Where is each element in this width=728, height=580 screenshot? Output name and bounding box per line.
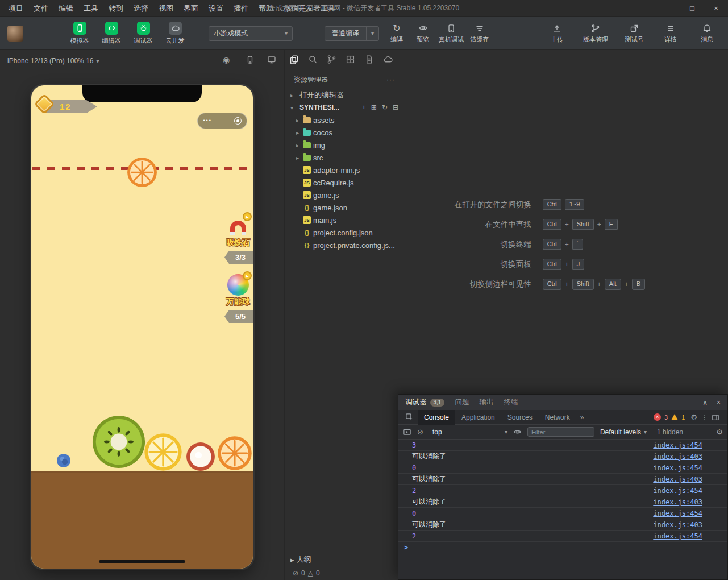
source-link[interactable]: index.js:403 bbox=[653, 521, 702, 529]
tab-network[interactable]: Network bbox=[539, 410, 576, 425]
more-tabs-icon[interactable]: » bbox=[577, 413, 588, 421]
dock-side-icon[interactable] bbox=[712, 413, 719, 421]
devtools-settings-icon[interactable]: ⚙ bbox=[690, 413, 697, 421]
tree-item-src[interactable]: ▸ src bbox=[285, 151, 404, 164]
log-levels-selector[interactable]: Default levels ▾ bbox=[600, 428, 647, 436]
game-screen[interactable]: 12 ••• ▶ 吸铁石 3/3 ▶ bbox=[31, 85, 253, 569]
collapse-folders-icon[interactable]: ⊟ bbox=[393, 103, 398, 111]
prop-rainbow-ball[interactable]: ▶ 万能球 5/5 bbox=[223, 273, 253, 323]
inspect-element-icon[interactable] bbox=[405, 413, 414, 421]
devtools-menu-icon[interactable]: ⋮ bbox=[701, 413, 708, 421]
details-button[interactable]: 详情 bbox=[659, 23, 683, 44]
menu-tools[interactable]: 工具 bbox=[78, 0, 103, 17]
cloud-icon[interactable] bbox=[383, 55, 393, 64]
tree-item-assets[interactable]: ▸ assets bbox=[285, 114, 404, 126]
source-link[interactable]: index.js:454 bbox=[653, 487, 702, 495]
tree-item-adapter-min-js[interactable]: JS adapter-min.js bbox=[285, 164, 404, 176]
explorer-icon[interactable] bbox=[289, 55, 299, 64]
menu-goto[interactable]: 转到 bbox=[103, 0, 128, 17]
console-prompt[interactable]: > bbox=[398, 542, 727, 553]
source-link[interactable]: index.js:454 bbox=[653, 441, 702, 449]
context-selector[interactable]: top ▾ bbox=[432, 428, 507, 436]
clear-cache-button[interactable]: 清缓存 bbox=[468, 23, 492, 44]
debugger-button[interactable]: 调试器 bbox=[130, 22, 156, 45]
tab-output[interactable]: 输出 bbox=[479, 397, 493, 407]
tree-item-game-json[interactable]: {} game.json bbox=[285, 201, 404, 214]
tab-terminal[interactable]: 终端 bbox=[504, 397, 518, 407]
tab-console[interactable]: Console bbox=[418, 410, 455, 425]
filter-input[interactable] bbox=[527, 427, 594, 437]
tab-debugger[interactable]: 调试器 3,1 bbox=[405, 397, 444, 407]
tree-item-project-private-config[interactable]: {} project.private.config.js... bbox=[285, 239, 404, 251]
error-count[interactable]: 3 bbox=[664, 414, 668, 421]
outline-section[interactable]: ▸ 大纲 bbox=[285, 553, 404, 566]
source-link[interactable]: index.js:403 bbox=[653, 475, 702, 483]
tree-item-img[interactable]: ▸ img bbox=[285, 139, 404, 151]
menu-select[interactable]: 选择 bbox=[128, 0, 153, 17]
console-settings-icon[interactable]: ⚙ bbox=[716, 428, 723, 436]
caret-down-icon[interactable]: ▾ bbox=[366, 27, 378, 40]
live-expression-eye-icon[interactable] bbox=[513, 428, 522, 436]
search-icon[interactable] bbox=[308, 55, 318, 64]
version-control-button[interactable]: 版本管理 bbox=[581, 23, 610, 44]
menu-interface[interactable]: 界面 bbox=[178, 0, 203, 17]
problems-status[interactable]: ⊘ 0 △ 0 bbox=[285, 566, 404, 580]
source-link[interactable]: index.js:403 bbox=[653, 453, 702, 461]
menu-project[interactable]: 项目 bbox=[3, 0, 28, 17]
device-selector[interactable]: iPhone 12/13 (Pro) 100% 16 ▾ bbox=[7, 57, 99, 65]
refresh-icon[interactable]: ↻ bbox=[382, 103, 388, 111]
new-file-icon[interactable]: + bbox=[362, 103, 366, 111]
compile-button[interactable]: ↻ 编译 bbox=[385, 23, 409, 44]
minimize-button[interactable]: — bbox=[656, 0, 680, 17]
warning-count[interactable]: 1 bbox=[681, 414, 685, 421]
maximize-button[interactable]: □ bbox=[680, 0, 704, 17]
menu-settings[interactable]: 设置 bbox=[203, 0, 228, 17]
section-open-editors[interactable]: ▸ 打开的编辑器 bbox=[285, 89, 404, 101]
menu-view[interactable]: 视图 bbox=[153, 0, 178, 17]
rotate-phone-icon[interactable] bbox=[246, 55, 255, 64]
collapse-panel-icon[interactable]: ∧ bbox=[702, 399, 708, 407]
upload-button[interactable]: 上传 bbox=[545, 23, 569, 44]
tree-item-ccrequire-js[interactable]: JS ccRequire.js bbox=[285, 176, 404, 189]
prop-magnet[interactable]: ▶ 吸铁石 3/3 bbox=[223, 214, 253, 264]
close-panel-icon[interactable]: × bbox=[717, 399, 721, 407]
record-icon[interactable]: ◉ bbox=[223, 55, 230, 64]
menu-edit[interactable]: 编辑 bbox=[53, 0, 78, 17]
hidden-messages-count[interactable]: 1 hidden bbox=[657, 428, 683, 436]
tab-application[interactable]: Application bbox=[456, 410, 501, 425]
file-preview-icon[interactable] bbox=[364, 55, 374, 64]
source-link[interactable]: index.js:403 bbox=[653, 498, 702, 506]
mode-select[interactable]: 小游戏模式 ▾ bbox=[209, 26, 293, 41]
source-link[interactable]: index.js:454 bbox=[653, 532, 702, 540]
source-control-icon[interactable] bbox=[327, 55, 336, 64]
more-actions-icon[interactable]: ··· bbox=[386, 76, 395, 84]
close-button[interactable]: × bbox=[704, 0, 728, 17]
preview-button[interactable]: 预览 bbox=[411, 23, 435, 44]
multi-device-icon[interactable] bbox=[267, 55, 276, 64]
section-project-root[interactable]: ▾ SYNTHESI... + ⊞ ↻ ⊟ bbox=[285, 101, 404, 114]
tree-item-game-js[interactable]: JS game.js bbox=[285, 189, 404, 201]
tab-sources[interactable]: Sources bbox=[502, 410, 538, 425]
menu-plugins[interactable]: 插件 bbox=[228, 0, 253, 17]
console-sidebar-icon[interactable] bbox=[403, 428, 411, 436]
clear-console-icon[interactable]: ⊘ bbox=[417, 428, 423, 436]
tab-problems[interactable]: 问题 bbox=[455, 397, 469, 407]
messages-button[interactable]: 消息 bbox=[695, 23, 719, 44]
editor-button[interactable]: 编辑器 bbox=[98, 22, 124, 45]
compile-mode-select[interactable]: 普通编译 ▾ bbox=[325, 26, 379, 41]
cloud-dev-button[interactable]: 云开发 bbox=[162, 22, 188, 45]
extensions-icon[interactable] bbox=[346, 55, 355, 64]
test-account-button[interactable]: 测试号 bbox=[622, 23, 646, 44]
source-link[interactable]: index.js:454 bbox=[653, 464, 702, 472]
exit-circle-icon[interactable] bbox=[234, 117, 242, 125]
source-link[interactable]: index.js:454 bbox=[653, 509, 702, 517]
tree-item-project-config-json[interactable]: {} project.config.json bbox=[285, 226, 404, 239]
tree-item-main-js[interactable]: JS main.js bbox=[285, 214, 404, 226]
menu-file[interactable]: 文件 bbox=[28, 0, 53, 17]
tree-item-cocos[interactable]: ▸ cocos bbox=[285, 126, 404, 139]
device-debug-button[interactable]: 真机调试 bbox=[437, 23, 465, 44]
new-folder-icon[interactable]: ⊞ bbox=[371, 103, 377, 111]
menu-dots-icon[interactable]: ••• bbox=[203, 118, 211, 123]
user-avatar[interactable] bbox=[7, 26, 23, 42]
simulator-button[interactable]: 模拟器 bbox=[66, 22, 93, 45]
